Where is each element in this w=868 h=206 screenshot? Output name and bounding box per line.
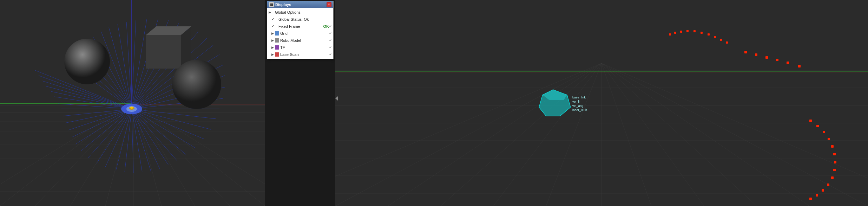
svg-rect-147 [809,198,812,200]
grid-label: Grid [280,31,329,36]
row-grid[interactable]: ▶ Grid ✓ [267,30,333,37]
svg-rect-138 [828,138,830,140]
dialog-body: ▶ Global Options ✓ Global Status: Ok ✓ F… [267,8,333,59]
svg-rect-87 [335,0,868,206]
svg-rect-142 [833,169,836,171]
svg-rect-114 [680,31,682,33]
svg-rect-112 [669,33,671,36]
fixed-frame-check: ✓ [329,24,332,29]
displays-panel: ▦ Displays × ▶ Global Options ✓ Global S… [265,0,335,206]
svg-marker-81 [146,35,181,69]
left-3d-viewport[interactable] [0,0,265,206]
svg-text:vel_lin: vel_lin [572,100,581,103]
laser-check: ✓ [329,52,332,57]
displays-dialog[interactable]: ▦ Displays × ▶ Global Options ✓ Global S… [267,1,334,59]
laserscan-label: LaserScan [280,52,329,57]
svg-rect-116 [693,30,696,32]
svg-rect-113 [674,32,676,34]
row-robot-model[interactable]: ▶ RobotModel ✓ [267,37,333,44]
row-global-options[interactable]: ▶ Global Options [267,9,333,16]
fixed-frame-label: Fixed Frame [278,24,323,29]
robot-check: ✓ [329,38,332,43]
row-laserscan[interactable]: ▶ LaserScan ✓ [267,51,333,58]
svg-rect-117 [701,32,703,34]
svg-point-84 [172,60,221,109]
svg-rect-118 [708,33,710,36]
svg-rect-120 [720,39,722,41]
svg-point-86 [130,107,133,109]
svg-rect-145 [822,189,824,192]
check-icon-fixed: ✓ [271,24,276,29]
svg-rect-139 [831,145,834,148]
svg-rect-141 [834,161,836,163]
svg-rect-140 [833,153,836,155]
row-global-status[interactable]: ✓ Global Status: Ok [267,16,333,23]
svg-point-80 [64,39,110,84]
robot-arrow: ▶ [271,38,275,43]
svg-rect-126 [787,62,789,64]
global-options-label: Global Options [275,9,332,15]
row-tf[interactable]: ▶ TF ✓ [267,44,333,51]
laser-color-dot [275,52,279,57]
global-status-label: Global Status: Ok [278,17,332,22]
grid-color-dot [275,31,279,36]
dialog-titlebar: ▦ Displays × [267,1,333,8]
svg-rect-121 [726,41,728,44]
arrow-icon: ▶ [269,9,272,15]
check-icon: ✓ [271,17,276,22]
svg-rect-137 [823,131,825,133]
svg-rect-135 [809,120,812,122]
tf-check: ✓ [329,45,332,50]
svg-rect-123 [755,53,757,56]
svg-rect-143 [831,176,834,179]
dialog-close-button[interactable]: × [327,2,331,7]
dialog-title-text: Displays [275,2,291,7]
svg-rect-146 [816,194,818,197]
svg-rect-122 [744,51,747,53]
grid-check: ✓ [329,31,332,36]
svg-rect-115 [686,30,689,32]
row-fixed-frame[interactable]: ✓ Fixed Frame OK ✓ [267,23,333,30]
svg-rect-144 [827,184,829,186]
tf-color-dot [275,45,279,50]
robot-label: RobotModel [280,38,329,43]
svg-rect-119 [714,36,716,38]
grid-arrow: ▶ [271,31,275,36]
svg-rect-136 [816,125,819,127]
svg-text:vel_ang: vel_ang [572,104,584,108]
svg-rect-127 [798,65,801,67]
laser-arrow: ▶ [271,52,275,57]
svg-rect-125 [776,59,778,61]
tf-arrow: ▶ [271,45,275,50]
svg-rect-124 [765,56,768,59]
robot-color-dot [275,38,279,43]
fixed-frame-status: OK [323,24,329,29]
svg-text:base_link: base_link [572,96,586,99]
tf-label: TF [280,45,329,50]
right-3d-viewport[interactable]: base_link vel_lin vel_ang laser_0.0k [335,0,868,206]
dialog-title-icon: ▦ [269,2,274,7]
svg-text:laser_0.0k: laser_0.0k [572,108,587,112]
